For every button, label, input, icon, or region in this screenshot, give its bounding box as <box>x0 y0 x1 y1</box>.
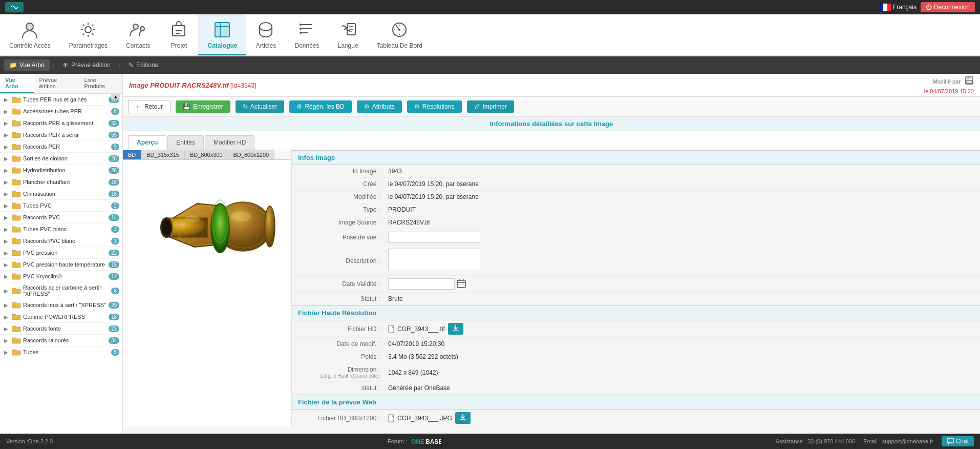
label-image-source: Image Source : <box>292 216 384 229</box>
header-right: Modifié par le 04/07/2019 15:20 <box>924 76 974 94</box>
tree-item[interactable]: ▶ Gamme POWERPRESS 18 <box>0 311 122 323</box>
value-date-modif: 04/07/2019 15:20:30 <box>384 338 980 351</box>
nav-catalogue[interactable]: Catalogue <box>198 14 246 55</box>
toolbar-prevue-edition[interactable]: 👁 Prévue édition <box>57 59 116 71</box>
sidebar-scroll: ▲ ▶ Tubes PER nus et gainés 10 ▶ Accesso… <box>0 94 122 358</box>
nav-tableau-de-bord[interactable]: Tableau De Bord <box>368 14 432 55</box>
projet-icon <box>168 19 189 40</box>
nav-catalogue-label: Catalogue <box>207 42 237 49</box>
tree-item[interactable]: ▶ Tubes PVC blanc 3 <box>0 223 122 235</box>
tree-arrow-icon: ▶ <box>4 168 10 173</box>
tree-item[interactable]: ▶ Raccords PER à sertir 55 <box>0 129 122 141</box>
tree-item[interactable]: ▶ Sorties de cloison 28 <box>0 153 122 165</box>
svg-text:ONE: ONE <box>411 438 424 445</box>
download-web-button[interactable] <box>455 412 471 424</box>
nav-projet-label: Projet <box>171 42 187 49</box>
infos-image-title: Infos Image <box>292 150 980 165</box>
nav-controle-acces[interactable]: Contrôle Accès <box>0 14 60 55</box>
tree-label: Raccords PER à sertir <box>23 132 106 138</box>
tree-item[interactable]: ▶ Tubes 5 <box>0 346 122 358</box>
tab-apercu[interactable]: Aperçu <box>128 135 166 150</box>
resolutions-icon: ⚙ <box>414 103 420 110</box>
tree-item[interactable]: ▶ Accessoires tubes PER 8 <box>0 106 122 117</box>
tree-item[interactable]: ▶ PVC Kryoclim© 12 <box>0 271 122 282</box>
nav-donnees[interactable]: Données <box>285 14 328 55</box>
image-save-icon-btn[interactable] <box>965 76 974 87</box>
input-description[interactable] <box>388 249 480 271</box>
tree-item[interactable]: ▶ PVC pression 22 <box>0 247 122 259</box>
regen-bd-button[interactable]: ⚙ Régén. les BD <box>289 100 351 113</box>
attributs-button[interactable]: ⚙ Attributs <box>357 100 402 113</box>
tree-badge: 32 <box>109 120 119 127</box>
nav-contacts[interactable]: Contacts <box>117 14 159 55</box>
retour-button[interactable]: ← Retour <box>128 100 171 113</box>
svg-point-5 <box>85 27 91 33</box>
tree-item[interactable]: ▶ Plancher chauffant 18 <box>0 176 122 188</box>
chat-label: Chat <box>956 438 969 445</box>
folder-icon <box>12 119 21 127</box>
imprimer-button[interactable]: 🖨 Imprimer <box>467 100 514 113</box>
tree-item[interactable]: ▶ Tubes PER nus et gainés 10 <box>0 94 122 106</box>
calendar-button[interactable] <box>457 279 466 290</box>
tree-arrow-icon: ▶ <box>4 120 10 126</box>
sidebar-tab-prevue-edition[interactable]: Prévue édition <box>34 74 79 93</box>
image-tab-bd-800x300[interactable]: BD_800x300 <box>185 150 228 159</box>
image-tab-bd-800x1200[interactable]: BD_800x1200 <box>228 150 275 159</box>
tree-item[interactable]: ▶ Tubes PVC 2 <box>0 200 122 212</box>
nav-projet[interactable]: Projet <box>159 14 198 55</box>
sidebar-tab-vue-arbo[interactable]: Vue Arbo <box>0 74 34 93</box>
tree-item[interactable]: ▶ Raccords rainurés 34 <box>0 335 122 346</box>
svg-rect-53 <box>389 325 394 333</box>
folder-icon <box>12 96 21 103</box>
field-date-modif: Date de modif. : 04/07/2019 15:20:30 <box>292 338 980 351</box>
tree-item[interactable]: ▶ PVC pression haute température 15 <box>0 259 122 271</box>
resolutions-button[interactable]: ⚙ Résolutions <box>407 100 462 113</box>
tree-item[interactable]: ▶ Raccords acier carbone à sertir "XPRES… <box>0 282 122 299</box>
tree-arrow-icon: ▶ <box>4 227 10 232</box>
nav-contacts-label: Contacts <box>126 42 150 49</box>
tree-badge: 55 <box>109 132 119 138</box>
toolbar-vue-arbo[interactable]: 📁 Vue Arbo <box>4 59 50 71</box>
value-fichier-hd: CGR_3943___.tif <box>388 325 445 333</box>
logout-button[interactable]: ⏻ Déconnexion <box>921 2 975 12</box>
nav-parametrages[interactable]: Paramétrages <box>60 14 117 55</box>
language-selector[interactable]: Français <box>880 4 917 11</box>
logout-icon: ⏻ <box>926 4 932 11</box>
tree-badge: 23 <box>109 325 119 332</box>
input-prise-de-vue[interactable] <box>388 232 480 243</box>
tab-entites[interactable]: Entités <box>167 135 204 150</box>
toolbar-editions[interactable]: ✎ Editions <box>123 59 163 71</box>
tree-item[interactable]: ▶ Raccords PVC 14 <box>0 212 122 223</box>
tree-item[interactable]: ▶ Raccords PVC blanc 3 <box>0 235 122 247</box>
chat-button[interactable]: Chat <box>942 436 974 446</box>
top-bar-left <box>5 2 24 12</box>
tab-modifier-hd[interactable]: Modifier HD <box>205 135 254 150</box>
download-hd-button[interactable] <box>448 323 463 335</box>
field-statut: Statut : Brute <box>292 293 980 305</box>
section-title: Informations détaillées sur cette Image <box>123 117 980 131</box>
sidebar-scroll-up-btn[interactable]: ▲ <box>111 94 120 99</box>
value-type: PRODUIT <box>384 203 980 216</box>
tree-item[interactable]: ▶ Climatisation 18 <box>0 188 122 200</box>
enregistrer-button[interactable]: 💾 Enregistrer <box>176 100 230 113</box>
tree-item[interactable]: ▶ Raccords PER à glissement 32 <box>0 117 122 129</box>
folder-icon <box>12 108 21 115</box>
tree-item[interactable]: ▶ Hydrodistribution 26 <box>0 165 122 176</box>
nav-langue[interactable]: Langue <box>329 14 368 55</box>
svg-rect-26 <box>967 77 970 79</box>
nav-articles[interactable]: Articles <box>246 14 285 55</box>
svg-point-17 <box>300 28 302 30</box>
tree-item[interactable]: ▶ Raccords inox à sertir "XPRESS" 29 <box>0 299 122 311</box>
image-tab-bd-315[interactable]: BD_315x315 <box>141 150 185 159</box>
input-date-validite[interactable] <box>388 278 455 290</box>
actualiser-button[interactable]: ↻ Actualiser <box>236 100 285 113</box>
folder-icon <box>12 287 21 294</box>
tree-badge: 8 <box>111 108 119 115</box>
tree-arrow-icon: ▶ <box>4 156 10 161</box>
tree-arrow-icon: ▶ <box>4 191 10 197</box>
sidebar-tab-liste-produits[interactable]: Liste Produits <box>79 74 122 93</box>
tree-item[interactable]: ▶ Raccords PER 9 <box>0 141 122 153</box>
tree-item[interactable]: ▶ Raccords fonte 23 <box>0 323 122 335</box>
tree-label: Accessoires tubes PER <box>23 108 109 114</box>
image-tab-bd[interactable]: BD <box>123 150 141 159</box>
